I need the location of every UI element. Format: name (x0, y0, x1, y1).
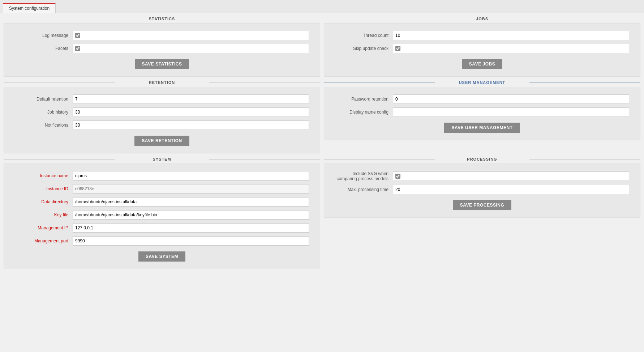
processing-section: PROCESSING Include SVG when comparing pr… (324, 157, 640, 269)
system-btn-row: SAVE SYSTEM (15, 251, 309, 262)
log-message-label: Log message (15, 33, 73, 38)
password-retention-input[interactable] (393, 94, 629, 104)
retention-section: RETENTION Default retention Job history … (4, 80, 320, 153)
facets-row: Facets (15, 44, 309, 53)
save-system-button[interactable]: SAVE SYSTEM (138, 251, 185, 262)
user-management-section: USER MANAGEMENT Password retention Displ… (324, 80, 640, 153)
key-file-input[interactable] (73, 210, 309, 220)
save-retention-button[interactable]: SAVE RETENTION (134, 136, 189, 146)
notifications-row: Notifications (15, 120, 309, 130)
management-ip-row: Management IP (15, 223, 309, 233)
display-name-row: Display name config (335, 107, 629, 117)
instance-name-input[interactable] (73, 171, 309, 181)
statistics-btn-row: SAVE STATISTICS (15, 59, 309, 69)
display-name-label: Display name config (335, 110, 393, 115)
default-retention-row: Default retention (15, 94, 309, 104)
processing-header: PROCESSING (324, 157, 640, 161)
retention-btn-row: SAVE RETENTION (15, 136, 309, 146)
jobs-btn-row: SAVE JOBS (335, 59, 629, 69)
max-processing-label: Max. processing time (335, 187, 393, 192)
row-system-processing: SYSTEM Instance name Instance ID Data di… (4, 157, 640, 269)
instance-name-row: Instance name (15, 171, 309, 181)
system-header: SYSTEM (4, 157, 320, 161)
save-jobs-button[interactable]: SAVE JOBS (462, 59, 502, 69)
facets-checkbox[interactable] (75, 46, 80, 51)
include-svg-checkbox-wrap (393, 171, 629, 181)
password-retention-label: Password retention (335, 97, 393, 102)
instance-id-label: Instance ID (15, 186, 73, 191)
skip-update-row: Skip update check (335, 44, 629, 53)
instance-id-input[interactable] (73, 184, 309, 194)
statistics-header: STATISTICS (4, 17, 320, 21)
notifications-label: Notifications (15, 123, 73, 128)
management-ip-input[interactable] (73, 223, 309, 233)
key-file-row: Key file (15, 210, 309, 220)
password-retention-row: Password retention (335, 94, 629, 104)
system-box: Instance name Instance ID Data directory… (4, 164, 320, 269)
include-svg-row: Include SVG when comparing process model… (335, 171, 629, 181)
include-svg-checkbox[interactable] (395, 174, 400, 179)
jobs-box: Thread count Skip update check SAVE JOBS (324, 23, 640, 77)
include-svg-label: Include SVG when comparing process model… (335, 171, 393, 181)
management-port-row: Management port (15, 236, 309, 246)
tab-bar: System configuration (0, 0, 644, 13)
max-processing-row: Max. processing time (335, 185, 629, 194)
display-name-input[interactable] (393, 107, 629, 117)
management-port-label: Management port (15, 238, 73, 243)
user-management-header: USER MANAGEMENT (324, 80, 640, 85)
user-management-btn-row: SAVE USER MANAGEMENT (335, 123, 629, 133)
user-management-box: Password retention Display name config S… (324, 87, 640, 140)
thread-count-input[interactable] (393, 31, 629, 40)
instance-id-row: Instance ID (15, 184, 309, 194)
processing-btn-row: SAVE PROCESSING (335, 200, 629, 210)
tab-system-configuration[interactable]: System configuration (3, 3, 56, 13)
default-retention-label: Default retention (15, 97, 73, 102)
row-statistics-jobs: STATISTICS Log message Facets SAVE STATI… (4, 17, 640, 77)
log-message-row: Log message (15, 31, 309, 40)
processing-box: Include SVG when comparing process model… (324, 164, 640, 218)
data-directory-input[interactable] (73, 197, 309, 207)
save-processing-button[interactable]: SAVE PROCESSING (453, 200, 512, 210)
management-port-input[interactable] (73, 236, 309, 246)
row-retention-usermgmt: RETENTION Default retention Job history … (4, 80, 640, 153)
job-history-label: Job history (15, 110, 73, 115)
skip-update-checkbox[interactable] (395, 46, 400, 51)
retention-header: RETENTION (4, 80, 320, 85)
statistics-box: Log message Facets SAVE STATISTICS (4, 23, 320, 77)
instance-name-label: Instance name (15, 173, 73, 178)
log-message-checkbox[interactable] (75, 33, 80, 38)
key-file-label: Key file (15, 212, 73, 217)
default-retention-input[interactable] (73, 94, 309, 104)
log-message-checkbox-wrap (73, 31, 309, 40)
thread-count-label: Thread count (335, 33, 393, 38)
thread-count-row: Thread count (335, 31, 629, 40)
skip-update-checkbox-wrap (393, 44, 629, 53)
statistics-section: STATISTICS Log message Facets SAVE STATI… (4, 17, 320, 77)
skip-update-label: Skip update check (335, 46, 393, 51)
data-directory-label: Data directory (15, 199, 73, 204)
facets-label: Facets (15, 46, 73, 51)
retention-box: Default retention Job history Notificati… (4, 87, 320, 153)
job-history-input[interactable] (73, 107, 309, 117)
jobs-section: JOBS Thread count Skip update check SAVE… (324, 17, 640, 77)
jobs-header: JOBS (324, 17, 640, 21)
max-processing-input[interactable] (393, 185, 629, 194)
notifications-input[interactable] (73, 120, 309, 130)
tab-label: System configuration (9, 6, 50, 11)
main-content: STATISTICS Log message Facets SAVE STATI… (0, 13, 644, 276)
save-statistics-button[interactable]: SAVE STATISTICS (135, 59, 189, 69)
save-user-management-button[interactable]: SAVE USER MANAGEMENT (444, 123, 520, 133)
system-section: SYSTEM Instance name Instance ID Data di… (4, 157, 320, 269)
management-ip-label: Management IP (15, 225, 73, 230)
job-history-row: Job history (15, 107, 309, 117)
facets-checkbox-wrap (73, 44, 309, 53)
data-directory-row: Data directory (15, 197, 309, 207)
